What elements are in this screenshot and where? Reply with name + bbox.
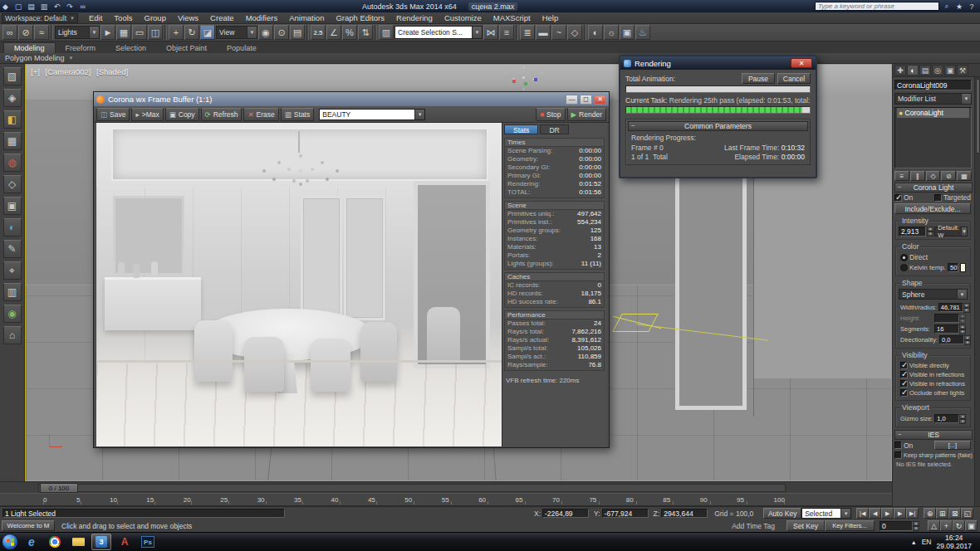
go-to-end-button[interactable]: ▶| <box>906 508 919 519</box>
tray-expand-icon[interactable]: ▲ <box>911 539 917 545</box>
menu-edit[interactable]: Edit <box>83 13 108 22</box>
menu-rendering[interactable]: Rendering <box>390 13 439 22</box>
segments-field[interactable]: 16 <box>934 324 959 334</box>
project-folder-icon[interactable]: ∞ <box>77 2 88 11</box>
next-frame-button[interactable]: ▶ <box>894 508 906 519</box>
light-on-checkbox[interactable] <box>894 194 902 202</box>
gizmo-size-field[interactable]: 1,0 <box>934 414 959 423</box>
spinner-snap-icon[interactable]: ⇅ <box>358 25 373 40</box>
3ds-max-taskbar-button[interactable]: 3 <box>91 534 111 550</box>
hierarchy-tab-icon[interactable]: ▤ <box>919 65 931 76</box>
color-swatch[interactable] <box>960 263 966 272</box>
play-button[interactable]: ▶ <box>881 508 894 519</box>
zoom-extents-icon[interactable]: ⊠ <box>948 508 961 519</box>
menu-tools[interactable]: Tools <box>108 13 138 22</box>
graphite-ribbon-toggle-icon[interactable]: ▬ <box>536 25 551 40</box>
vfb-stop-button[interactable]: ■Stop <box>536 108 566 121</box>
width-field[interactable]: 46,781 <box>938 303 963 312</box>
welcome-window-button[interactable]: Welcome to M <box>2 520 55 531</box>
directionality-spinner[interactable]: ▲▼ <box>964 335 971 344</box>
z-coord-field[interactable]: 2943,644 <box>661 509 708 518</box>
photoshop-icon[interactable]: Ps <box>138 534 158 550</box>
rendered-frame-window-icon[interactable]: ▣ <box>620 25 635 40</box>
targeted-checkbox[interactable] <box>934 194 942 202</box>
maximize-viewport-icon[interactable]: ▣ <box>965 520 978 531</box>
left-tool-8-icon[interactable]: ◐ <box>3 218 22 236</box>
curve-editor-icon[interactable]: ~ <box>551 25 566 40</box>
visible-reflections-checkbox[interactable] <box>900 371 908 378</box>
unlink-selection-icon[interactable]: ⊘ <box>18 25 33 40</box>
visible-refractions-checkbox[interactable] <box>900 380 908 388</box>
reference-coordinate-dropdown[interactable]: View▼ <box>216 26 257 39</box>
tab-freeform[interactable]: Freeform <box>56 43 106 53</box>
menu-customize[interactable]: Customize <box>439 13 488 22</box>
internet-explorer-icon[interactable]: e <box>22 534 42 550</box>
display-tab-icon[interactable]: ▣ <box>944 65 956 76</box>
set-key-button[interactable]: Set Key <box>786 520 825 531</box>
align-icon[interactable]: ≡ <box>499 25 514 40</box>
bind-to-space-warp-icon[interactable]: ≈ <box>34 25 49 40</box>
left-tool-5-icon[interactable]: ◍ <box>3 154 22 172</box>
vfb-save-button[interactable]: ◫Save <box>96 108 130 121</box>
create-tab-icon[interactable]: ✚ <box>894 65 906 76</box>
left-tool-9-icon[interactable]: ✎ <box>3 240 22 258</box>
vfb-titlebar[interactable]: Corona wx Frame Buffer (1:1) — ◻ ✕ <box>94 92 609 106</box>
use-pivot-center-icon[interactable]: ◉ <box>258 25 273 40</box>
left-tool-7-icon[interactable]: ▣ <box>3 197 22 215</box>
chrome-icon[interactable] <box>45 534 65 550</box>
modifier-stack[interactable]: ● CoronaLight <box>894 107 972 168</box>
left-tool-13-icon[interactable]: ⌂ <box>3 326 22 344</box>
vfb-erase-button[interactable]: ✕Erase <box>243 108 278 121</box>
tab-object-paint[interactable]: Object Paint <box>156 43 217 53</box>
taskbar-clock[interactable]: 16:2429.09.2017 <box>936 534 978 550</box>
sign-in-icon[interactable]: ★ <box>954 2 964 11</box>
intensity-spinner[interactable]: ▲▼ <box>927 227 933 236</box>
pan-icon[interactable]: + <box>940 520 953 531</box>
viewport-menu-shading[interactable]: [Shaded] <box>96 67 128 76</box>
angle-snap-icon[interactable]: ∠ <box>326 25 341 40</box>
x-coord-field[interactable]: -2264,89 <box>542 509 589 518</box>
search-icon[interactable]: ⌕ <box>942 2 952 11</box>
select-by-name-icon[interactable]: ▦ <box>116 25 131 40</box>
intensity-units-dropdown[interactable]: Default: W▼ <box>934 227 968 236</box>
auto-key-button[interactable]: Auto Key <box>763 508 801 519</box>
named-selection-dropdown[interactable]: Create Selection S...▼ <box>394 26 483 39</box>
select-and-scale-icon[interactable]: ◪ <box>200 25 215 40</box>
vfb-copy-button[interactable]: ▣Copy <box>165 108 199 121</box>
menu-views[interactable]: Views <box>172 13 204 22</box>
menu-maxscript[interactable]: MAXScript <box>488 13 537 22</box>
corona-light-rollout-header[interactable]: −Corona Light <box>894 183 973 193</box>
start-button[interactable] <box>2 534 18 550</box>
menu-create[interactable]: Create <box>204 13 240 22</box>
left-tool-2-icon[interactable]: ◈ <box>3 89 22 107</box>
render-setup-icon[interactable]: ☼ <box>604 25 619 40</box>
infocenter-search-input[interactable] <box>815 2 939 11</box>
autocad-icon[interactable]: A <box>115 534 135 550</box>
menu-modifiers[interactable]: Modifiers <box>240 13 284 22</box>
modifier-list-dropdown[interactable]: Modifier List▼ <box>894 93 972 105</box>
left-tool-3-icon[interactable]: ◧ <box>3 110 22 129</box>
zoom-icon[interactable]: ⊕ <box>924 508 936 519</box>
render-production-icon[interactable]: ♨ <box>635 25 650 40</box>
tab-selection[interactable]: Selection <box>105 43 156 53</box>
select-and-rotate-icon[interactable]: ↻ <box>184 25 199 40</box>
object-name-field[interactable]: CoronaLight009 <box>894 80 972 90</box>
keyboard-shortcut-override-icon[interactable]: ▤ <box>290 25 305 40</box>
select-object-icon[interactable]: ► <box>100 25 115 40</box>
select-and-link-icon[interactable]: ∞ <box>2 25 17 40</box>
ies-on-checkbox[interactable] <box>894 441 902 449</box>
tab-modeling[interactable]: Modeling <box>3 42 56 53</box>
time-slider-track[interactable] <box>38 484 786 492</box>
gizmo-spinner[interactable]: ▲▼ <box>959 414 966 423</box>
previous-frame-button[interactable]: ◀ <box>869 508 881 519</box>
save-file-icon[interactable]: ▥ <box>39 2 50 11</box>
menu-help[interactable]: Help <box>537 13 565 22</box>
schematic-view-icon[interactable]: ◇ <box>567 25 582 40</box>
menu-group[interactable]: Group <box>139 13 172 22</box>
maximize-button[interactable]: ◻ <box>580 95 592 105</box>
chevron-down-icon[interactable]: ▼ <box>69 56 74 61</box>
menu-animation[interactable]: Animation <box>283 13 330 22</box>
minimize-button[interactable]: — <box>566 95 578 105</box>
orbit-icon[interactable]: ↻ <box>953 520 965 531</box>
language-indicator[interactable]: EN <box>922 538 932 546</box>
